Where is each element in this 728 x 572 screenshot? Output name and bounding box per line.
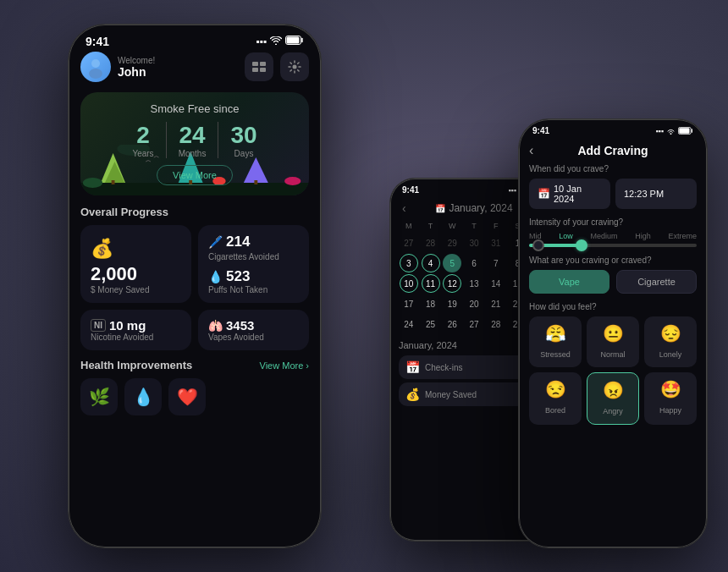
cal-day-7[interactable]: 7 [487,254,505,272]
cal-day-11[interactable]: 11 [422,274,440,293]
banner-title: Smoke Free since [92,102,297,115]
stressed-label: Stressed [540,350,571,359]
days-stat: 30 Days [218,122,268,158]
vapes-card: 🫁 3453 Vapes Avoided [198,310,309,350]
cal-day-21[interactable]: 21 [487,294,505,313]
checkin-label: Check-ins [425,363,462,372]
cal-day-27prev[interactable]: 27 [400,234,418,252]
bored-feeling[interactable]: 😒 Bored [529,372,582,425]
normal-label: Normal [600,350,625,359]
health-view-more[interactable]: View More › [260,360,309,371]
svg-rect-4 [252,62,258,66]
years-label: Years [132,149,153,158]
angry-label: Angry [603,407,623,415]
craving-wifi-icon [666,128,676,135]
vape-icon: 🫁 [208,319,223,333]
health-icon-3: ❤️ [168,378,206,415]
settings-button[interactable] [280,52,309,81]
cal-day-13[interactable]: 13 [465,274,483,293]
cal-day-31prev[interactable]: 31 [487,234,505,252]
dashboard-button[interactable] [245,52,273,81]
health-icon-1: 🌿 [80,378,118,415]
calendar-icon: 📅 [538,188,550,200]
money-label: $ Money Saved [91,285,181,294]
cal-prev-button[interactable]: ‹ [402,201,406,215]
vapes-label: Vapes Avoided [208,333,299,342]
lonely-feeling[interactable]: 😔 Lonely [644,316,697,367]
nicotine-value: 10 mg [109,318,146,333]
cal-day-12[interactable]: 12 [443,274,461,293]
health-icons-row: 🌿 💧 ❤️ [80,378,309,415]
cal-day-20[interactable]: 20 [465,294,483,313]
intensity-labels: Mid Low Medium High Extreme [529,232,697,240]
svg-rect-12 [112,180,115,184]
stressed-feeling[interactable]: 😤 Stressed [529,316,582,367]
intensity-slider[interactable] [529,244,697,247]
extreme-label: Extreme [668,232,697,240]
stressed-emoji: 😤 [532,323,578,344]
cal-day-29prev[interactable]: 29 [443,234,461,252]
cal-day-14[interactable]: 14 [487,274,505,293]
cal-month-label: January, 2024 [449,202,512,214]
date-time-row: 📅 10 Jan 2024 12:23 PM [529,179,697,209]
vapes-value: 3453 [226,318,254,333]
cal-day-4[interactable]: 4 [422,254,440,272]
craving-signal-icon: ▪▪▪ [655,127,664,135]
health-section-header: Health Improvements View More › [80,359,309,371]
medium-label: Medium [590,232,617,240]
cal-day-10[interactable]: 10 [400,274,418,293]
date-value: 10 Jan 2024 [554,184,602,204]
svg-rect-26 [679,128,689,134]
money-icon: 💰 [91,238,181,260]
cal-day-24[interactable]: 24 [400,315,418,333]
angry-feeling[interactable]: 😠 Angry [587,372,639,425]
money-card: 💰 2,000 $ Money Saved [80,225,191,303]
happy-feeling[interactable]: 🤩 Happy [644,372,697,425]
cal-day-28[interactable]: 28 [487,315,505,333]
lonely-emoji: 😔 [648,323,693,344]
svg-point-13 [83,178,102,188]
cigarette-button[interactable]: Cigarette [616,270,697,294]
cal-day-25[interactable]: 25 [422,315,440,333]
cal-day-30prev[interactable]: 30 [465,234,483,252]
date-pill[interactable]: 📅 10 Jan 2024 [529,179,610,209]
time-pill[interactable]: 12:23 PM [615,179,697,209]
view-more-button[interactable]: View More [157,165,233,185]
normal-feeling[interactable]: 😐 Normal [587,316,639,367]
craving-main-content: ‹ Add Craving When did you crave? 📅 10 J… [519,137,707,425]
cal-day-6[interactable]: 6 [465,254,483,272]
feelings-grid: 😤 Stressed 😐 Normal 😔 Lonely 😒 Bored [529,316,697,425]
svg-point-24 [670,133,672,135]
slider-thumb-active[interactable] [576,239,587,251]
cal-day-18[interactable]: 18 [422,294,440,313]
cal-day-17[interactable]: 17 [400,294,418,313]
money-cal-label: Money Saved [425,390,477,399]
craving-back-button[interactable]: ‹ [529,143,533,158]
main-phone: 9:41 ▪▪▪ [68,24,322,548]
ni-label: NI [91,319,106,332]
checkin-icon: 📅 [405,360,420,374]
craving-time: 9:41 [532,126,549,135]
months-value: 24 [179,122,207,149]
cal-day-3[interactable]: 3 [400,254,418,272]
bored-label: Bored [545,406,565,415]
slider-thumb-left[interactable] [532,239,544,251]
status-time: 9:41 [85,35,109,48]
cal-day-28prev[interactable]: 28 [422,234,440,252]
cigarettes-card: 🖊️ 214 Cigarettes Avoided 💧 523 Puffs No… [198,225,309,303]
cal-day-19[interactable]: 19 [443,294,461,313]
puffs-label: Puffs Not Taken [208,285,299,294]
user-header: Welcome! John [80,52,309,82]
cigarettes-label: Cigarettes Avoided [208,252,299,261]
vape-button[interactable]: Vape [529,270,609,294]
svg-point-19 [284,177,301,185]
feelings-label: How did you feel? [529,302,697,311]
svg-rect-5 [260,62,266,66]
cal-day-5-today[interactable]: 5 [443,254,461,272]
cal-day-27[interactable]: 27 [465,315,483,333]
craving-battery-icon [678,127,693,135]
cal-day-26[interactable]: 26 [443,315,461,333]
craving-type-label: What are you craving or craved? [529,256,697,265]
nicotine-card: NI 10 mg Nicotine Avoided [80,310,191,350]
svg-point-3 [89,69,102,79]
